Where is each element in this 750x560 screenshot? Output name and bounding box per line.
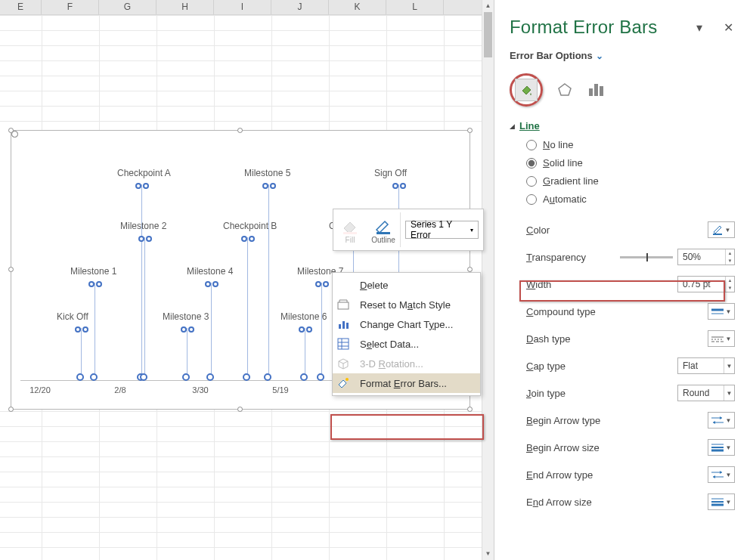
- highlight-fill-line: [510, 73, 543, 107]
- end-arrow-size-picker[interactable]: ▼: [708, 493, 735, 510]
- menu-format-error-bars[interactable]: Format Error Bars...: [333, 373, 480, 393]
- prop-end-arrow-type: End Arrow type ▼: [526, 466, 735, 483]
- data-point[interactable]: Milestone 3: [187, 328, 188, 381]
- scroll-thumb[interactable]: [484, 12, 492, 57]
- color-picker[interactable]: ▼: [708, 221, 735, 238]
- point-label: Milestone 5: [244, 168, 290, 178]
- prop-begin-arrow-size: Begin Arrow size ▼: [526, 439, 735, 456]
- arrow-size-icon: [711, 443, 724, 452]
- data-point[interactable]: Milestone 1: [95, 283, 95, 381]
- format-icon: [337, 377, 354, 389]
- dash-picker[interactable]: ▼: [708, 330, 735, 347]
- spin-down[interactable]: ▼: [726, 284, 734, 292]
- begin-arrow-size-picker[interactable]: ▼: [708, 439, 735, 456]
- col-K[interactable]: K: [329, 0, 386, 14]
- pane-subtitle[interactable]: Error Bar Options⌄: [510, 50, 735, 61]
- point-label: Sign Off: [374, 168, 407, 178]
- pane-title: Format Error Bars: [510, 17, 693, 38]
- svg-rect-14: [713, 234, 722, 235]
- prop-transparency: Transparency 50% ▲▼: [526, 249, 735, 265]
- point-label: Milestone 3: [163, 311, 209, 322]
- col-F[interactable]: F: [42, 0, 99, 14]
- spreadsheet-area: E F G H I J K L ▲ ▼: [0, 0, 494, 560]
- col-G[interactable]: G: [99, 0, 157, 14]
- compound-picker[interactable]: ▼: [708, 303, 735, 320]
- prop-compound: Compound type ▼: [526, 303, 735, 320]
- svg-rect-4: [342, 321, 345, 329]
- data-point[interactable]: Milestone 7: [321, 283, 322, 381]
- width-value[interactable]: 0.75 pt ▲▼: [677, 276, 735, 292]
- bar-options-tab[interactable]: [587, 80, 606, 100]
- pane-options-icon[interactable]: ▾: [693, 20, 706, 35]
- menu-select-data[interactable]: Select Data...: [333, 334, 480, 354]
- menu-delete[interactable]: Delete: [333, 275, 480, 295]
- cap-select[interactable]: Flat▼: [677, 357, 735, 374]
- point-label: Checkpoint A: [117, 168, 171, 178]
- line-section-header[interactable]: ◢ Line: [510, 120, 735, 131]
- radio-automatic[interactable]: Automatic: [526, 193, 735, 205]
- lines-icon: [711, 308, 724, 315]
- radio-solid-line[interactable]: Solid line: [526, 157, 735, 169]
- collapse-icon: ◢: [510, 122, 515, 130]
- arrow-size-icon: [711, 497, 724, 506]
- fill-line-tab[interactable]: [515, 79, 538, 101]
- close-icon[interactable]: ✕: [721, 20, 735, 35]
- select-data-icon: [337, 338, 354, 350]
- context-menu: Delete Reset to Match Style Change Chart…: [332, 272, 481, 396]
- data-point[interactable]: Milestone 5: [268, 184, 269, 381]
- transparency-value[interactable]: 50% ▲▼: [677, 249, 735, 265]
- data-point[interactable]: Milestone 6: [305, 328, 305, 381]
- spin-up[interactable]: ▲: [726, 249, 734, 257]
- data-point[interactable]: Milestone 4: [211, 283, 212, 381]
- svg-rect-12: [594, 84, 598, 96]
- join-select[interactable]: Round▼: [677, 385, 735, 401]
- begin-arrow-type-picker[interactable]: ▼: [708, 412, 735, 429]
- svg-rect-5: [346, 323, 349, 329]
- col-L[interactable]: L: [386, 0, 444, 14]
- data-point[interactable]: Checkpoint A: [141, 184, 142, 381]
- data-point[interactable]: Milestone 2: [144, 237, 145, 381]
- prop-dash: Dash type ▼: [526, 330, 735, 347]
- arrow-type-icon: [711, 416, 724, 425]
- col-E[interactable]: E: [0, 0, 42, 14]
- spin-down[interactable]: ▼: [726, 257, 734, 265]
- col-J[interactable]: J: [271, 0, 329, 14]
- radio-gradient-line[interactable]: Gradient line: [526, 175, 735, 187]
- spin-up[interactable]: ▲: [726, 277, 734, 284]
- data-point[interactable]: Kick Off: [81, 328, 82, 381]
- prop-cap: Cap type Flat▼: [526, 357, 735, 374]
- data-point[interactable]: Checkpoint B: [247, 237, 248, 381]
- prop-join: Join type Round▼: [526, 385, 735, 401]
- category-icons: [510, 73, 735, 107]
- svg-rect-2: [338, 302, 349, 309]
- svg-rect-1: [377, 232, 390, 234]
- radio-no-line[interactable]: No line: [526, 139, 735, 150]
- pen-outline-icon: [374, 219, 392, 234]
- chart-element-combo[interactable]: Series 1 Y Error▾: [405, 221, 479, 239]
- menu-3d-rotation: 3-D Rotation...: [333, 354, 480, 373]
- pentagon-icon: [557, 82, 572, 97]
- prop-width: Width 0.75 pt ▲▼: [526, 276, 735, 292]
- svg-rect-0: [343, 232, 357, 234]
- outline-button[interactable]: Outline: [367, 216, 400, 244]
- svg-rect-6: [338, 339, 349, 349]
- paint-bucket-icon: [519, 82, 534, 97]
- effects-tab[interactable]: [555, 80, 575, 100]
- transparency-slider[interactable]: [620, 256, 673, 258]
- scroll-up-icon[interactable]: ▲: [482, 0, 494, 12]
- col-H[interactable]: H: [157, 0, 214, 14]
- bars-icon: [588, 82, 605, 97]
- menu-reset[interactable]: Reset to Match Style: [333, 295, 480, 314]
- scroll-down-icon[interactable]: ▼: [482, 548, 494, 560]
- mini-toolbar: Fill Outline Series 1 Y Error▾: [333, 209, 484, 251]
- vertical-scrollbar[interactable]: ▲ ▼: [482, 0, 494, 560]
- chart-type-icon: [337, 318, 354, 330]
- chevron-down-icon: ⌄: [596, 51, 603, 61]
- svg-rect-11: [589, 88, 593, 96]
- col-I[interactable]: I: [214, 0, 271, 14]
- menu-change-chart-type[interactable]: Change Chart Type...: [333, 314, 480, 334]
- point-label: Kick Off: [57, 311, 88, 322]
- paint-bucket-icon: [341, 219, 359, 234]
- arrow-type-icon: [711, 470, 724, 479]
- end-arrow-type-picker[interactable]: ▼: [708, 466, 735, 483]
